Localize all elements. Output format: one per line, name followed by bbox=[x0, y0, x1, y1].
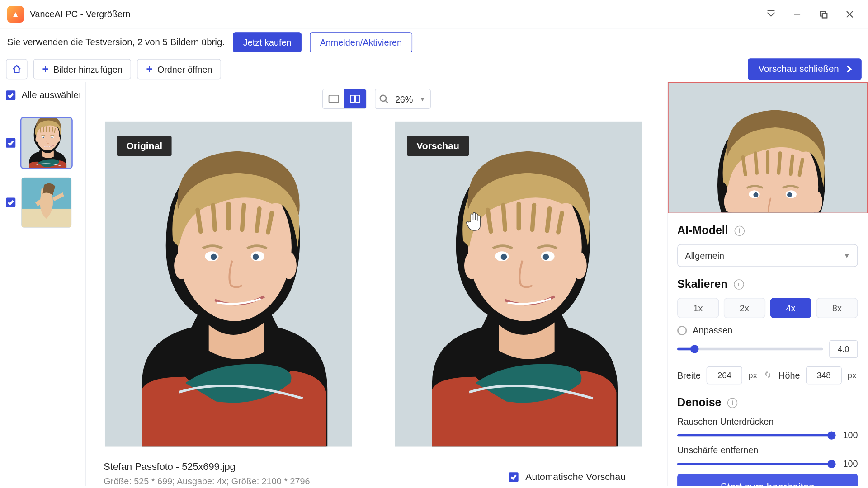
svg-point-16 bbox=[380, 95, 386, 101]
compare-area[interactable]: Original Vorschau bbox=[86, 116, 667, 453]
list-item[interactable] bbox=[5, 113, 80, 173]
window-maximize-button[interactable] bbox=[810, 5, 836, 23]
ai-model-select[interactable]: Allgemein ▼ bbox=[678, 244, 858, 267]
compare-toolbar: 26% ▼ bbox=[86, 82, 667, 116]
chevron-down-icon: ▼ bbox=[844, 252, 850, 259]
login-activate-button[interactable]: Anmelden/Aktivieren bbox=[310, 32, 412, 52]
dimensions-row: Breite 264 px Höhe 348 px bbox=[678, 366, 858, 385]
chevron-down-icon: ▼ bbox=[420, 96, 425, 102]
zoom-value: 26% bbox=[393, 94, 415, 104]
center-footer: Stefan Passfoto - 525x699.jpg Größe: 525… bbox=[86, 453, 667, 486]
px-unit: px bbox=[848, 371, 857, 380]
add-images-label: Bilder hinzufügen bbox=[53, 64, 123, 74]
scale-title: Skalieren i bbox=[678, 277, 858, 291]
original-panel[interactable]: Original bbox=[105, 122, 352, 447]
thumbnail-checkbox[interactable] bbox=[6, 138, 15, 148]
denoise-title: Denoise i bbox=[678, 396, 858, 409]
thumbnail-list bbox=[0, 108, 85, 486]
add-images-button[interactable]: + Bilder hinzufügen bbox=[33, 59, 132, 79]
file-dimensions: Größe: 525 * 699; Ausgabe: 4x; Größe: 21… bbox=[104, 476, 509, 486]
link-icon[interactable] bbox=[763, 370, 773, 381]
trial-banner: Sie verwenden die Testversion, 2 von 5 B… bbox=[0, 28, 868, 56]
custom-scale-label: Anpassen bbox=[693, 325, 733, 335]
close-preview-label: Vorschau schließen bbox=[758, 64, 839, 75]
height-input[interactable]: 348 bbox=[806, 366, 842, 385]
settings-panel: AI-Modell i Allgemein ▼ Skalieren i 1x 2… bbox=[667, 82, 868, 486]
custom-scale-slider[interactable] bbox=[678, 348, 824, 350]
open-folder-label: Ordner öffnen bbox=[157, 64, 212, 74]
trial-text: Sie verwenden die Testversion, 2 von 5 B… bbox=[7, 37, 225, 48]
list-item[interactable] bbox=[5, 173, 80, 232]
auto-preview-label: Automatische Vorschau bbox=[525, 472, 626, 483]
thumbnail-image bbox=[21, 118, 71, 168]
center-panel: 26% ▼ Original Vorschau bbox=[86, 82, 667, 486]
collapse-icon[interactable] bbox=[758, 5, 784, 23]
window-minimize-button[interactable] bbox=[784, 5, 810, 23]
height-label: Höhe bbox=[779, 370, 800, 380]
info-icon[interactable]: i bbox=[734, 225, 744, 235]
noise-suppress-label: Rauschen Unterdrücken bbox=[678, 416, 858, 426]
select-all-row[interactable]: Alle auswählen bbox=[0, 82, 85, 108]
app-logo-icon: ▲ bbox=[7, 6, 24, 23]
svg-rect-13 bbox=[329, 95, 339, 103]
buy-button[interactable]: Jetzt kaufen bbox=[233, 32, 301, 52]
px-unit: px bbox=[749, 371, 758, 380]
magnifier-icon bbox=[379, 94, 388, 103]
home-button[interactable] bbox=[6, 59, 27, 79]
preview-badge: Vorschau bbox=[407, 136, 469, 156]
auto-preview-checkbox[interactable] bbox=[509, 472, 518, 482]
titlebar: ▲ VanceAI PC - Vergrößern bbox=[0, 0, 868, 28]
split-view-button[interactable] bbox=[344, 89, 366, 108]
original-badge: Original bbox=[117, 136, 172, 156]
ai-model-title: AI-Modell i bbox=[678, 224, 858, 237]
custom-scale-row[interactable]: Anpassen bbox=[678, 325, 858, 335]
width-input[interactable]: 264 bbox=[707, 366, 742, 385]
single-view-button[interactable] bbox=[323, 89, 344, 108]
plus-icon: + bbox=[42, 64, 49, 75]
thumbnail-image bbox=[21, 178, 71, 228]
scale-buttons: 1x 2x 4x 8x bbox=[678, 298, 858, 318]
select-all-checkbox[interactable] bbox=[6, 90, 15, 100]
scale-1x-button[interactable]: 1x bbox=[678, 298, 719, 318]
thumbnail-checkbox[interactable] bbox=[6, 198, 15, 207]
open-folder-button[interactable]: + Ordner öffnen bbox=[137, 59, 222, 79]
view-mode-segment bbox=[322, 89, 367, 109]
preview-panel[interactable]: Vorschau bbox=[395, 122, 642, 447]
svg-rect-15 bbox=[356, 95, 360, 103]
zoom-control[interactable]: 26% ▼ bbox=[375, 89, 431, 109]
window-close-button[interactable] bbox=[836, 5, 863, 23]
scale-2x-button[interactable]: 2x bbox=[724, 298, 765, 318]
noise-suppress-value: 100 bbox=[838, 430, 858, 440]
plus-icon: + bbox=[146, 64, 152, 75]
info-icon[interactable]: i bbox=[727, 398, 737, 408]
custom-scale-value[interactable]: 4.0 bbox=[830, 340, 858, 358]
custom-scale-radio[interactable] bbox=[678, 325, 687, 335]
window-title: VanceAI PC - Vergrößern bbox=[30, 9, 131, 19]
file-name: Stefan Passfoto - 525x699.jpg bbox=[104, 461, 509, 472]
scale-8x-button[interactable]: 8x bbox=[816, 298, 858, 318]
hand-cursor-icon bbox=[465, 211, 483, 235]
blur-remove-label: Unschärfe entfernen bbox=[678, 445, 858, 455]
ai-model-value: Allgemein bbox=[685, 250, 725, 260]
chevron-right-icon bbox=[845, 65, 853, 73]
scale-4x-button[interactable]: 4x bbox=[770, 298, 812, 318]
settings-thumbnail bbox=[668, 82, 868, 213]
svg-rect-14 bbox=[350, 95, 354, 103]
info-icon[interactable]: i bbox=[734, 279, 744, 289]
start-process-button[interactable]: Start zum bearbeiten bbox=[678, 474, 858, 486]
close-preview-button[interactable]: Vorschau schließen bbox=[748, 58, 862, 80]
noise-suppress-slider[interactable] bbox=[678, 434, 832, 436]
svg-rect-11 bbox=[822, 13, 827, 18]
sidebar: Alle auswählen bbox=[0, 82, 86, 486]
blur-remove-value: 100 bbox=[838, 459, 858, 469]
width-label: Breite bbox=[678, 370, 701, 380]
select-all-label: Alle auswählen bbox=[21, 90, 79, 101]
auto-preview-toggle[interactable]: Automatische Vorschau bbox=[509, 461, 649, 486]
blur-remove-slider[interactable] bbox=[678, 462, 832, 465]
toolbar: + Bilder hinzufügen + Ordner öffnen Vors… bbox=[0, 56, 868, 82]
